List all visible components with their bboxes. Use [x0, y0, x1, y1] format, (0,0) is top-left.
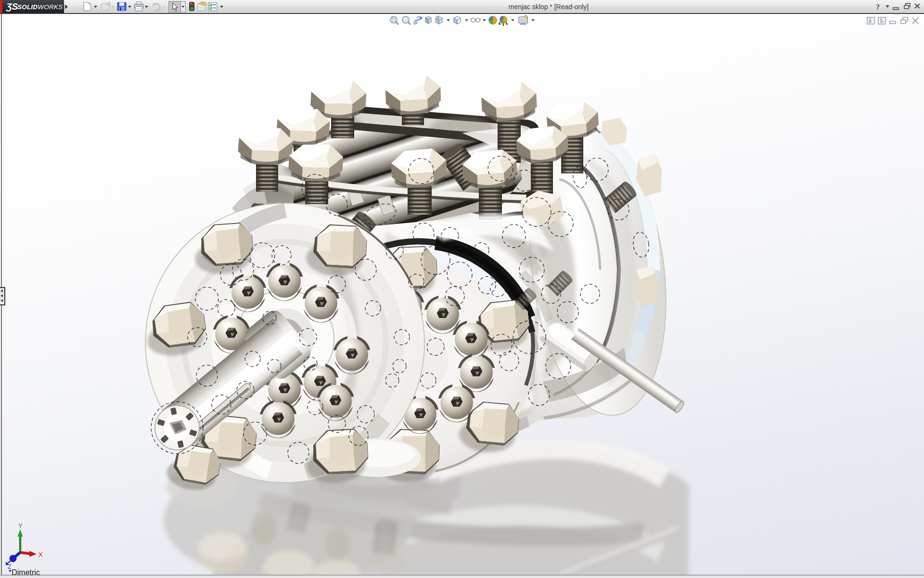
svg-text:Y: Y: [18, 523, 23, 529]
svg-text:X: X: [38, 551, 43, 558]
svg-text:Z: Z: [8, 564, 11, 570]
svg-text:?: ?: [876, 3, 880, 11]
